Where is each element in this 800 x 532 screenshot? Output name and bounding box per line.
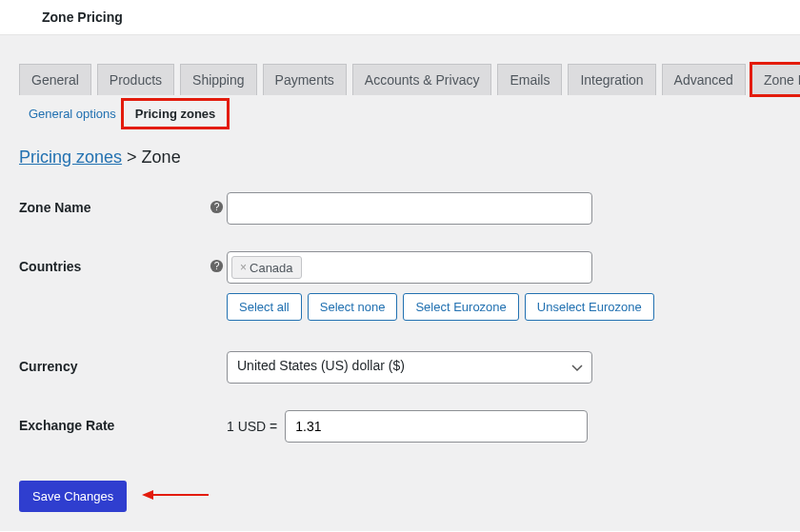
unselect-eurozone-button[interactable]: Unselect Eurozone	[525, 293, 654, 321]
country-tag-label: Canada	[250, 261, 293, 275]
svg-marker-5	[142, 490, 153, 500]
sub-nav: General options Pricing zones	[19, 103, 781, 125]
currency-label: Currency	[19, 351, 210, 374]
svg-text:?: ?	[214, 202, 220, 212]
save-changes-button[interactable]: Save Changes	[19, 481, 127, 512]
select-all-button[interactable]: Select all	[227, 293, 302, 321]
arrow-annotation	[142, 486, 209, 506]
tab-payments[interactable]: Payments	[263, 64, 347, 95]
row-exchange-rate: Exchange Rate 1 USD =	[19, 410, 781, 443]
zone-name-input[interactable]	[227, 192, 592, 225]
subnav-general-options[interactable]: General options	[19, 103, 126, 125]
row-countries: Countries ? × Canada	[19, 251, 781, 284]
tab-integration[interactable]: Integration	[568, 64, 655, 95]
main-tabs: General Products Shipping Payments Accou…	[19, 64, 781, 95]
help-icon[interactable]: ?	[210, 251, 227, 268]
subnav-pricing-zones[interactable]: Pricing zones	[126, 103, 226, 125]
tab-emails[interactable]: Emails	[497, 64, 562, 95]
countries-input[interactable]: × Canada	[227, 251, 592, 284]
save-row: Save Changes	[19, 481, 781, 512]
tab-general[interactable]: General	[19, 64, 91, 95]
zone-name-label: Zone Name	[19, 192, 210, 215]
countries-label: Countries	[19, 251, 210, 274]
tab-advanced[interactable]: Advanced	[662, 64, 746, 95]
exchange-rate-label: Exchange Rate	[19, 410, 210, 433]
row-zone-name: Zone Name ?	[19, 192, 781, 225]
tab-products[interactable]: Products	[97, 64, 174, 95]
tab-zone-pricing[interactable]: Zone Pricing	[751, 64, 800, 95]
country-buttons-row: Select all Select none Select Eurozone U…	[227, 293, 781, 321]
breadcrumb-separator: >	[127, 148, 137, 167]
country-tag-canada[interactable]: × Canada	[231, 256, 302, 279]
remove-tag-icon[interactable]: ×	[240, 261, 247, 274]
content-area: General Products Shipping Payments Accou…	[0, 35, 800, 531]
currency-select[interactable]: United States (US) dollar ($)	[227, 351, 592, 384]
page-title: Zone Pricing	[0, 0, 800, 35]
tab-shipping[interactable]: Shipping	[180, 64, 257, 95]
select-none-button[interactable]: Select none	[308, 293, 398, 321]
svg-text:?: ?	[214, 261, 220, 271]
select-eurozone-button[interactable]: Select Eurozone	[403, 293, 518, 321]
row-currency: Currency United States (US) dollar ($)	[19, 351, 781, 384]
help-icon[interactable]: ?	[210, 192, 227, 209]
exchange-rate-input[interactable]	[285, 410, 588, 443]
exchange-rate-prefix: 1 USD =	[227, 419, 277, 434]
tab-accounts-privacy[interactable]: Accounts & Privacy	[352, 64, 492, 95]
breadcrumb: Pricing zones > Zone	[19, 148, 781, 167]
breadcrumb-current: Zone	[142, 148, 181, 167]
breadcrumb-parent-link[interactable]: Pricing zones	[19, 148, 122, 167]
